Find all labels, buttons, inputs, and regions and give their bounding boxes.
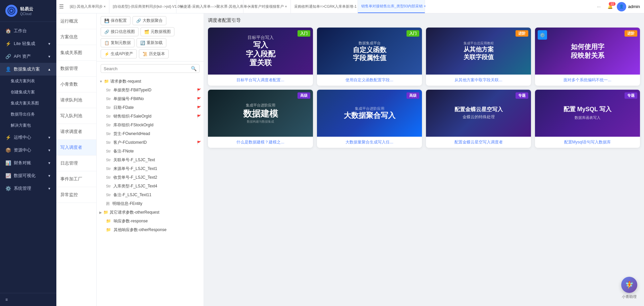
tab-item-3[interactable]: 畅捷通-采购入库单--->聚水潭-其他入库单 × [176,0,244,13]
card-badge-4: 进阶 [625,30,637,37]
tree-item-in-type[interactable]: Str 入库类型-F_LSJC_Text4 [97,182,204,190]
field-icon: Str [106,166,111,172]
sidebar-item-solution-list[interactable]: 集成方案列表 [0,76,56,87]
field-icon: Str [106,87,111,93]
sidebar-item-create-solution[interactable]: 创建集成方案 [0,87,56,98]
left-panel-write-pool[interactable]: 写入队列池 [56,108,96,124]
tree-item-receipt-no[interactable]: Str 收货单号-F_LSJC_Text2 [97,173,204,182]
search-input[interactable] [104,66,191,71]
card-badge-2: 入门 [407,30,419,37]
tree-item-note[interactable]: Str 备注-FNote [97,147,204,156]
sidebar-item-resources[interactable]: 📦 资源中心 ▼ [0,144,56,157]
copy-meta-button[interactable]: 📋 复制元数据 [101,38,135,47]
reload-icon: 🔄 [140,41,145,45]
left-panel-request-pool[interactable]: 请求队列池 [56,92,96,108]
tab-item-4[interactable]: 小满客户对接领猫客户 × [244,0,290,13]
tab-item-5[interactable]: 采购收料通知单=>CGRK入库单新增-1 × [291,0,358,13]
sidebar-item-data-viz[interactable]: 📈 数据可视化 ▼ [0,169,56,182]
save-config-button[interactable]: 💾 保存配置 [101,16,130,25]
tree-item-note2[interactable]: Str 备注-F_LSJC_Text11 [97,190,204,199]
sidebar-item-finance[interactable]: 📊 财务对账 ▼ [0,157,56,169]
left-panel-request-scheduler[interactable]: 请求调度者 [56,124,96,140]
tree-item-req-params[interactable]: ▼ 📁 请求参数-request [97,77,204,86]
tab-item-2[interactable]: [自动差型]-供应商资料同步[kd-->jst]-V1.0 × [109,0,176,13]
left-panel-event-factory[interactable]: 事件加工厂 [56,171,96,187]
left-panel-overview[interactable]: 运行概况 [56,13,96,29]
sidebar-item-data-export[interactable]: 数据导出任务 [0,109,56,120]
user-name: admin [628,4,640,9]
tree-item-owner[interactable]: Str 货主-FOwnerIdHead [97,129,204,138]
guide-card-4[interactable]: 进阶 如何使用字段映射关系 ⚙️ 面对多个系统编码不统一... [535,28,640,86]
left-panel-plan-info[interactable]: 方案信息 [56,29,96,45]
chevron-down-icon: ▼ [48,42,51,46]
float-assistant[interactable]: 🧚 小青助理 [621,277,637,299]
tree-item-stock-org[interactable]: Str 库存组织-FStockOrgId [97,121,204,129]
sidebar-item-data-integration[interactable]: 👤 数据集成方案 ▲ [0,63,56,76]
left-panel-log-mgmt[interactable]: 日志管理 [56,156,96,171]
notification-bell[interactable]: 🔔 10 [607,4,613,9]
tree-item-rel-no[interactable]: Str 关联单号-F_LSJC_Text [97,156,204,164]
card-img-4: 进阶 如何使用字段映射关系 ⚙️ [535,28,640,75]
chevron-up-icon: ▲ [48,68,51,71]
card-img-5: 高级 集成平台进阶应用 数据建模 数据构建与数据集成 [208,90,313,137]
tabs-bar: ☰ [处]-其他入库单同步 × [自动差型]-供应商资料同步[kd-->jst]… [56,0,644,13]
tabs-more-button[interactable]: ··· [594,4,603,9]
user-info[interactable]: 👤 admin [617,2,640,11]
guide-card-2[interactable]: 入门 数据集成平台 自定义函数字段属性值 使用自定义函数配置字段... [317,28,422,86]
sidebar-item-operation[interactable]: ⚡ 运维中心 ▼ [0,131,56,144]
tree-item-source-no[interactable]: Str 来源单号-F_LSJC_Text1 [97,164,204,173]
tree-item-resp[interactable]: 📁 响应参数-response [97,217,204,225]
history-button[interactable]: 📜 历史版本 [139,49,169,58]
sidebar-item-lite[interactable]: ⚡ Lite 轻集成 ▼ [0,37,56,50]
big-data-merge-button[interactable]: 🔗 大数据聚合 [132,16,166,25]
guide-card-7[interactable]: 专题 配置金蝶云星空写入金蝶云的特殊处理 配置金蝶云星空写入调度者 [426,90,531,148]
settings-icon[interactable]: ⚙️ [538,30,547,40]
gen-api-button[interactable]: ⚡ 生成API资产 [101,49,137,58]
guide-card-1[interactable]: 入门 目标平台写入 写入字入段配置关联 目标平台写入调度者配置... [208,28,313,86]
left-panel-integration-view[interactable]: 集成关系图 [56,45,96,61]
sidebar-item-workspace[interactable]: 🏠 工作台 [0,25,56,37]
chevron-down-icon: ▼ [48,161,51,165]
reload-button[interactable]: 🔄 重新加载 [137,38,166,47]
sidebar-item-solution-package[interactable]: 解决方案包 [0,120,56,131]
search-icon: 🔍 [191,66,197,71]
left-panel-xq-count[interactable]: 小青查数 [56,77,96,92]
lite-icon: ⚡ [5,41,11,46]
tree-item-bill-type[interactable]: Str 单据类型-FBillTypeID 🚩 [97,86,204,94]
folder-icon: 📁 [106,218,111,224]
sidebar-item-solution-relation[interactable]: 集成方案关系图 [0,98,56,109]
interface-view-button[interactable]: 🔗 接口信息视图 [101,27,139,36]
sidebar-collapse[interactable]: ≡ [0,293,56,306]
guide-card-3[interactable]: 进阶 集成平台总应用教程 从其他方案关联字段值 从其他方案中取字段关联... [426,28,531,86]
tree-item-entity[interactable]: 囲 明细信息-FEntity [97,199,204,208]
chevron-down-icon: ▼ [48,174,51,178]
tree-item-sale-org[interactable]: Str 销售组织-FSaleOrgId 🚩 [97,112,204,121]
field-icon: Str [106,183,111,189]
grid-icon: 囲 [106,201,110,207]
system-icon: ⚙️ [5,186,11,191]
card-img-2: 入门 数据集成平台 自定义函数字段属性值 [317,28,422,75]
tab-item-6[interactable]: 销售单对接销售出库_类型93内部采销 × [358,0,425,13]
sidebar-item-system[interactable]: ⚙️ 系统管理 ▼ [0,182,56,195]
logo-icon [5,5,17,17]
chevron-down-icon: ▼ [48,136,51,139]
tree-item-other-req[interactable]: ▶ 📁 其它请求参数-otherRequest [97,208,204,217]
left-panel-data-mgmt[interactable]: 数据管理 [56,61,96,77]
field-icon: Str [106,140,111,145]
meta-view-button[interactable]: 🗂️ 元数据视图 [141,27,174,36]
left-panel: 运行概况 方案信息 集成关系图 数据管理 小青查数 请求队列池 写入队列池 请求… [56,13,97,306]
guide-card-6[interactable]: 高级 集成平台进阶应用 大数据聚合写入 大数据量聚合生成写入任... [317,90,422,148]
tree-item-other-resp[interactable]: 📁 其他响应参数-otherResponse [97,225,204,234]
guide-card-5[interactable]: 高级 集成平台进阶应用 数据建模 数据构建与数据集成 什么是数据建模？建模之..… [208,90,313,148]
left-panel-anomaly-monitor[interactable]: 异常监控 [56,187,96,203]
hamburger-icon[interactable]: ☰ [56,3,66,10]
meta-icon: 🗂️ [144,30,149,34]
sidebar-item-api[interactable]: 🔗 API 资产 ▼ [0,50,56,63]
tree-item-customer[interactable]: Str 客户-FCustomerID 🚩 [97,138,204,147]
guide-card-8[interactable]: 专题 配置 MySQL 写入数据库函表写入 配置Mysql语句写入数据库 [535,90,640,148]
tree-item-date[interactable]: Str 日期-FDate 🚩 [97,103,204,112]
tab-item-1[interactable]: [处]-其他入库单同步 × [66,0,109,13]
tree-item-bill-no[interactable]: Str 单据编号-FBillNo 🚩 [97,94,204,103]
left-panel-write-scheduler[interactable]: 写入调度者 [56,140,96,156]
logo: 轻易云 QCloud [0,0,56,22]
